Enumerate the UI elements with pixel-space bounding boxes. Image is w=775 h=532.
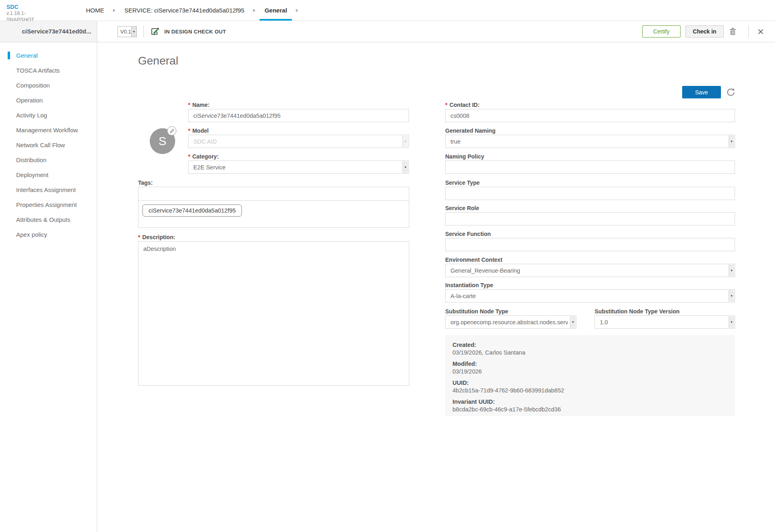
model-field: * Model SDC AID ▾ — [188, 127, 409, 148]
service-avatar: S — [150, 128, 175, 154]
invariant-uuid-value: b8cda2bc-69cb-46c9-a17e-5febcdb2cd36 — [452, 406, 728, 413]
instantiation-type-label: Instantiation Type — [445, 282, 735, 288]
substitution-node-type-select[interactable]: org.openecomp.resource.abstract.nodes.se… — [445, 315, 576, 329]
modified-label: Modifed: — [452, 360, 728, 368]
certify-button[interactable]: Certify — [642, 25, 681, 38]
chevron-down-icon: ▾ — [729, 136, 734, 147]
checkin-button[interactable]: Check in — [685, 25, 724, 38]
content: General TOSCA Artifacts Composition Oper… — [0, 42, 775, 532]
chevron-down-icon: ▾ — [729, 265, 734, 276]
category-label: * Category: — [188, 153, 409, 159]
chevron-down-icon: ▾ — [729, 316, 734, 328]
chevron-right-icon — [296, 9, 298, 12]
substitution-node-type-field: Substitution Node Type org.openecomp.res… — [445, 308, 576, 329]
name-label: * Name: — [188, 102, 409, 108]
breadcrumb: HOME SERVICE: ciService73e7441ed0da5a012… — [81, 0, 302, 21]
divider — [748, 25, 749, 38]
service-role-field: Service Role — [445, 205, 735, 225]
sidebar-item-properties-assignment[interactable]: Properties Assignment — [0, 197, 97, 212]
close-icon[interactable] — [758, 29, 764, 35]
chevron-down-icon: ▾ — [570, 316, 576, 328]
tags-label: Tags: — [138, 179, 409, 186]
top-header: SDC v.1.16.1-SNAPSHOT HOME SERVICE: ciSe… — [0, 0, 775, 21]
sidebar-item-tosca-artifacts[interactable]: TOSCA Artifacts — [0, 63, 97, 78]
sidebar-item-apex-policy[interactable]: Apex policy — [0, 227, 97, 242]
version-select[interactable]: V0.1 ▾ — [117, 26, 137, 37]
service-type-label: Service Type — [445, 179, 735, 186]
service-function-field: Service Function — [445, 231, 735, 251]
category-select[interactable]: E2E Service ▾ — [188, 161, 409, 174]
generated-naming-label: Generated Naming — [445, 127, 735, 134]
edit-icon[interactable] — [167, 126, 176, 136]
model-select: SDC AID ▾ — [188, 135, 409, 148]
required-mark: * — [445, 102, 447, 108]
sidebar-item-network-call-flow[interactable]: Network Call Flow — [0, 138, 97, 152]
service-function-label: Service Function — [445, 231, 735, 237]
description-textarea[interactable]: aDescription — [138, 241, 409, 386]
tags-input[interactable] — [138, 187, 409, 201]
required-mark: * — [188, 127, 190, 134]
sidebar-item-interfaces-assignment[interactable]: Interfaces Assignment — [0, 182, 97, 197]
name-input[interactable] — [188, 109, 409, 122]
required-mark: * — [188, 102, 190, 108]
contact-id-input[interactable] — [445, 109, 735, 122]
service-type-input[interactable] — [445, 187, 735, 200]
sidebar-item-management-workflow[interactable]: Management Workflow — [0, 123, 97, 138]
instantiation-type-field: Instantiation Type A-la-carte ▾ — [445, 282, 735, 303]
revert-icon[interactable] — [726, 88, 735, 98]
breadcrumb-service[interactable]: SERVICE: ciService73e7441ed0da5a012f95 — [119, 0, 249, 21]
name-field: * Name: — [188, 102, 409, 122]
service-role-label: Service Role — [445, 205, 735, 211]
invariant-uuid-label: Invariant UUID: — [452, 398, 728, 406]
substitution-node-type-version-label: Substitution Node Type Version — [595, 308, 735, 314]
toolbar-buttons: Certify Check in — [642, 25, 765, 38]
instantiation-type-select[interactable]: A-la-carte ▾ — [445, 289, 735, 303]
breadcrumb-general[interactable]: General — [260, 0, 292, 21]
environment-context-label: Environment Context — [445, 257, 735, 263]
tags-box: ciService73e7441ed0da5a012f95 — [138, 187, 409, 228]
in-design-icon — [150, 27, 160, 36]
sidebar-item-composition[interactable]: Composition — [0, 78, 97, 93]
sidebar-item-distribution[interactable]: Distribution — [0, 152, 97, 167]
description-label: * Description: — [138, 234, 409, 240]
breadcrumb-home[interactable]: HOME — [81, 0, 109, 21]
sidebar: General TOSCA Artifacts Composition Oper… — [0, 42, 97, 532]
sidebar-item-operation[interactable]: Operation — [0, 93, 97, 108]
sidebar-item-general[interactable]: General — [0, 48, 97, 63]
contact-id-label: * Contact ID: — [445, 102, 735, 108]
divider — [143, 25, 144, 38]
generated-naming-select[interactable]: true ▾ — [445, 135, 735, 148]
substitution-node-type-label: Substitution Node Type — [445, 308, 576, 314]
chevron-down-icon: ▾ — [402, 136, 408, 147]
save-button[interactable]: Save — [682, 86, 721, 98]
substitution-node-type-version-field: Substitution Node Type Version 1.0 ▾ — [595, 308, 735, 329]
service-type-field: Service Type — [445, 179, 735, 200]
entity-title: ciService73e7441ed0d... — [0, 21, 97, 42]
environment-context-field: Environment Context General_Revenue-Bear… — [445, 257, 735, 277]
lifecycle-status: IN DESIGN CHECK OUT — [164, 29, 226, 35]
sidebar-item-activity-log[interactable]: Activity Log — [0, 108, 97, 123]
category-field: * Category: E2E Service ▾ — [188, 153, 409, 174]
created-info: Created: 03/19/2026, Carlos Santana — [452, 341, 728, 357]
substitution-node-type-version-select[interactable]: 1.0 ▾ — [595, 315, 735, 329]
chevron-down-icon: ▾ — [402, 161, 408, 173]
version-label: V0.1 — [118, 29, 131, 35]
service-function-input[interactable] — [445, 238, 735, 251]
page-title: General — [138, 54, 178, 67]
service-role-input[interactable] — [445, 212, 735, 225]
environment-context-select[interactable]: General_Revenue-Bearing ▾ — [445, 264, 735, 277]
uuid-label: UUID: — [452, 379, 728, 387]
tag-chip[interactable]: ciService73e7441ed0da5a012f95 — [142, 204, 242, 217]
model-label: * Model — [188, 127, 409, 134]
delete-icon[interactable] — [729, 27, 736, 35]
created-label: Created: — [452, 341, 728, 349]
sidebar-item-deployment[interactable]: Deployment — [0, 167, 97, 182]
chevron-right-icon — [253, 9, 256, 12]
sidebar-item-attributes-outputs[interactable]: Attributes & Outputs — [0, 212, 97, 227]
naming-policy-input[interactable] — [445, 161, 735, 174]
tags-chip-area: ciService73e7441ed0da5a012f95 — [138, 201, 409, 227]
tags-field: Tags: ciService73e7441ed0da5a012f95 — [138, 179, 409, 228]
logo-title: SDC — [6, 4, 53, 10]
sdc-app: SDC v.1.16.1-SNAPSHOT HOME SERVICE: ciSe… — [0, 0, 775, 532]
created-value: 03/19/2026, Carlos Santana — [452, 349, 728, 357]
